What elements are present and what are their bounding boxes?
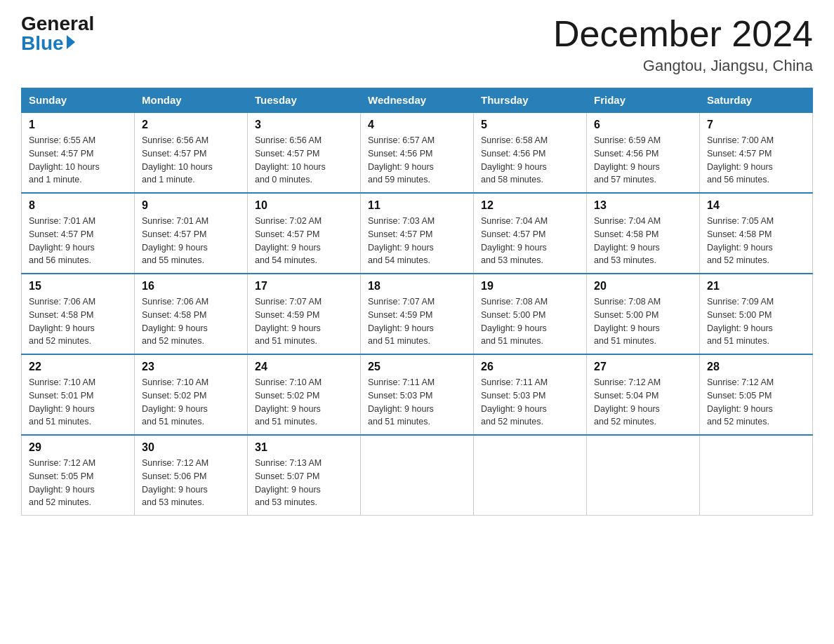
table-row: 21Sunrise: 7:09 AM Sunset: 5:00 PM Dayli… bbox=[700, 274, 813, 354]
table-row: 16Sunrise: 7:06 AM Sunset: 4:58 PM Dayli… bbox=[135, 274, 248, 354]
table-row: 6Sunrise: 6:59 AM Sunset: 4:56 PM Daylig… bbox=[587, 112, 700, 193]
col-sunday: Sunday bbox=[22, 88, 135, 113]
col-tuesday: Tuesday bbox=[248, 88, 361, 113]
col-thursday: Thursday bbox=[474, 88, 587, 113]
day-number: 8 bbox=[29, 199, 127, 212]
day-info: Sunrise: 7:05 AM Sunset: 4:58 PM Dayligh… bbox=[707, 215, 805, 267]
table-row: 29Sunrise: 7:12 AM Sunset: 5:05 PM Dayli… bbox=[22, 435, 135, 516]
title-area: December 2024 Gangtou, Jiangsu, China bbox=[553, 14, 813, 75]
calendar-week-row: 15Sunrise: 7:06 AM Sunset: 4:58 PM Dayli… bbox=[22, 274, 813, 354]
day-number: 29 bbox=[29, 441, 127, 454]
day-number: 9 bbox=[142, 199, 240, 212]
logo-general-text: General bbox=[21, 14, 94, 34]
day-info: Sunrise: 7:04 AM Sunset: 4:58 PM Dayligh… bbox=[594, 215, 692, 267]
col-friday: Friday bbox=[587, 88, 700, 113]
day-number: 18 bbox=[368, 280, 466, 293]
table-row: 14Sunrise: 7:05 AM Sunset: 4:58 PM Dayli… bbox=[700, 193, 813, 274]
logo: General Blue bbox=[21, 14, 94, 53]
day-number: 2 bbox=[142, 119, 240, 131]
day-number: 20 bbox=[594, 280, 692, 293]
day-info: Sunrise: 7:02 AM Sunset: 4:57 PM Dayligh… bbox=[255, 215, 353, 267]
day-info: Sunrise: 6:59 AM Sunset: 4:56 PM Dayligh… bbox=[594, 134, 692, 187]
col-wednesday: Wednesday bbox=[361, 88, 474, 113]
day-info: Sunrise: 7:08 AM Sunset: 5:00 PM Dayligh… bbox=[594, 295, 692, 348]
col-monday: Monday bbox=[135, 88, 248, 113]
table-row: 17Sunrise: 7:07 AM Sunset: 4:59 PM Dayli… bbox=[248, 274, 361, 354]
day-number: 31 bbox=[255, 441, 353, 454]
table-row: 26Sunrise: 7:11 AM Sunset: 5:03 PM Dayli… bbox=[474, 354, 587, 435]
logo-blue-text: Blue bbox=[21, 34, 75, 53]
table-row: 9Sunrise: 7:01 AM Sunset: 4:57 PM Daylig… bbox=[135, 193, 248, 274]
day-info: Sunrise: 6:58 AM Sunset: 4:56 PM Dayligh… bbox=[481, 134, 579, 187]
day-number: 28 bbox=[707, 361, 805, 373]
table-row: 27Sunrise: 7:12 AM Sunset: 5:04 PM Dayli… bbox=[587, 354, 700, 435]
day-info: Sunrise: 6:56 AM Sunset: 4:57 PM Dayligh… bbox=[255, 134, 353, 187]
table-row: 7Sunrise: 7:00 AM Sunset: 4:57 PM Daylig… bbox=[700, 112, 813, 193]
day-info: Sunrise: 7:12 AM Sunset: 5:05 PM Dayligh… bbox=[29, 457, 127, 509]
table-row: 31Sunrise: 7:13 AM Sunset: 5:07 PM Dayli… bbox=[248, 435, 361, 516]
logo-triangle-icon bbox=[67, 35, 75, 49]
table-row: 28Sunrise: 7:12 AM Sunset: 5:05 PM Dayli… bbox=[700, 354, 813, 435]
day-number: 3 bbox=[255, 119, 353, 131]
calendar-table: Sunday Monday Tuesday Wednesday Thursday… bbox=[21, 88, 813, 516]
day-info: Sunrise: 7:04 AM Sunset: 4:57 PM Dayligh… bbox=[481, 215, 579, 267]
calendar-week-row: 29Sunrise: 7:12 AM Sunset: 5:05 PM Dayli… bbox=[22, 435, 813, 516]
day-info: Sunrise: 6:57 AM Sunset: 4:56 PM Dayligh… bbox=[368, 134, 466, 187]
day-number: 15 bbox=[29, 280, 127, 293]
table-row: 3Sunrise: 6:56 AM Sunset: 4:57 PM Daylig… bbox=[248, 112, 361, 193]
table-row: 18Sunrise: 7:07 AM Sunset: 4:59 PM Dayli… bbox=[361, 274, 474, 354]
day-number: 27 bbox=[594, 361, 692, 373]
calendar-week-row: 8Sunrise: 7:01 AM Sunset: 4:57 PM Daylig… bbox=[22, 193, 813, 274]
day-info: Sunrise: 7:01 AM Sunset: 4:57 PM Dayligh… bbox=[142, 215, 240, 267]
table-row: 23Sunrise: 7:10 AM Sunset: 5:02 PM Dayli… bbox=[135, 354, 248, 435]
day-number: 26 bbox=[481, 361, 579, 373]
day-number: 1 bbox=[29, 119, 127, 131]
table-row: 25Sunrise: 7:11 AM Sunset: 5:03 PM Dayli… bbox=[361, 354, 474, 435]
table-row: 20Sunrise: 7:08 AM Sunset: 5:00 PM Dayli… bbox=[587, 274, 700, 354]
table-row: 19Sunrise: 7:08 AM Sunset: 5:00 PM Dayli… bbox=[474, 274, 587, 354]
calendar-body: 1Sunrise: 6:55 AM Sunset: 4:57 PM Daylig… bbox=[22, 112, 813, 516]
day-info: Sunrise: 7:09 AM Sunset: 5:00 PM Dayligh… bbox=[707, 295, 805, 348]
table-row bbox=[587, 435, 700, 516]
day-info: Sunrise: 7:11 AM Sunset: 5:03 PM Dayligh… bbox=[481, 376, 579, 429]
day-number: 19 bbox=[481, 280, 579, 293]
table-row: 13Sunrise: 7:04 AM Sunset: 4:58 PM Dayli… bbox=[587, 193, 700, 274]
day-number: 30 bbox=[142, 441, 240, 454]
table-row: 10Sunrise: 7:02 AM Sunset: 4:57 PM Dayli… bbox=[248, 193, 361, 274]
day-info: Sunrise: 7:07 AM Sunset: 4:59 PM Dayligh… bbox=[368, 295, 466, 348]
table-row bbox=[474, 435, 587, 516]
table-row: 12Sunrise: 7:04 AM Sunset: 4:57 PM Dayli… bbox=[474, 193, 587, 274]
table-row: 4Sunrise: 6:57 AM Sunset: 4:56 PM Daylig… bbox=[361, 112, 474, 193]
day-number: 17 bbox=[255, 280, 353, 293]
day-info: Sunrise: 7:01 AM Sunset: 4:57 PM Dayligh… bbox=[29, 215, 127, 267]
day-number: 14 bbox=[707, 199, 805, 212]
table-row: 15Sunrise: 7:06 AM Sunset: 4:58 PM Dayli… bbox=[22, 274, 135, 354]
day-info: Sunrise: 7:07 AM Sunset: 4:59 PM Dayligh… bbox=[255, 295, 353, 348]
day-info: Sunrise: 7:10 AM Sunset: 5:02 PM Dayligh… bbox=[255, 376, 353, 429]
table-row bbox=[700, 435, 813, 516]
day-number: 7 bbox=[707, 119, 805, 131]
day-number: 11 bbox=[368, 199, 466, 212]
header: General Blue December 2024 Gangtou, Jian… bbox=[21, 14, 813, 75]
day-info: Sunrise: 7:10 AM Sunset: 5:01 PM Dayligh… bbox=[29, 376, 127, 429]
table-row: 5Sunrise: 6:58 AM Sunset: 4:56 PM Daylig… bbox=[474, 112, 587, 193]
header-row: Sunday Monday Tuesday Wednesday Thursday… bbox=[22, 88, 813, 113]
day-info: Sunrise: 6:55 AM Sunset: 4:57 PM Dayligh… bbox=[29, 134, 127, 187]
day-number: 5 bbox=[481, 119, 579, 131]
day-info: Sunrise: 7:06 AM Sunset: 4:58 PM Dayligh… bbox=[29, 295, 127, 348]
month-title: December 2024 bbox=[553, 14, 813, 54]
day-number: 25 bbox=[368, 361, 466, 373]
table-row bbox=[361, 435, 474, 516]
day-info: Sunrise: 7:08 AM Sunset: 5:00 PM Dayligh… bbox=[481, 295, 579, 348]
day-number: 4 bbox=[368, 119, 466, 131]
day-info: Sunrise: 7:12 AM Sunset: 5:04 PM Dayligh… bbox=[594, 376, 692, 429]
day-info: Sunrise: 7:11 AM Sunset: 5:03 PM Dayligh… bbox=[368, 376, 466, 429]
table-row: 22Sunrise: 7:10 AM Sunset: 5:01 PM Dayli… bbox=[22, 354, 135, 435]
day-info: Sunrise: 7:13 AM Sunset: 5:07 PM Dayligh… bbox=[255, 457, 353, 509]
day-number: 10 bbox=[255, 199, 353, 212]
table-row: 30Sunrise: 7:12 AM Sunset: 5:06 PM Dayli… bbox=[135, 435, 248, 516]
col-saturday: Saturday bbox=[700, 88, 813, 113]
day-number: 23 bbox=[142, 361, 240, 373]
calendar-header: Sunday Monday Tuesday Wednesday Thursday… bbox=[22, 88, 813, 113]
table-row: 8Sunrise: 7:01 AM Sunset: 4:57 PM Daylig… bbox=[22, 193, 135, 274]
